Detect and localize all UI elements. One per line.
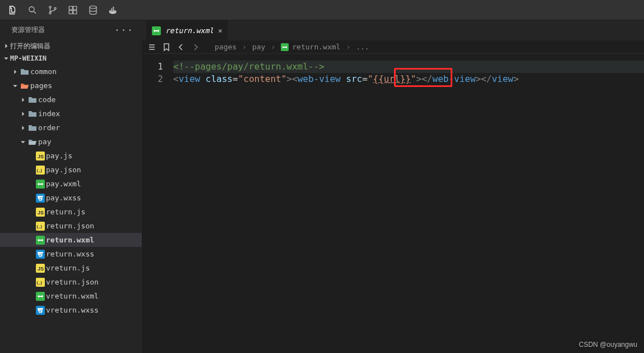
crumb-pages[interactable]: pages [215, 43, 237, 51]
js-icon [35, 264, 46, 273]
tree-item-label: return.json [46, 222, 94, 230]
folder-open-icon [27, 137, 38, 146]
tree-item[interactable]: return.wxml [0, 233, 142, 247]
nav-fwd-icon[interactable] [191, 43, 200, 52]
tab-return-wxml[interactable]: return.wxml × [146, 21, 229, 40]
chevron-right-icon [19, 111, 27, 117]
tree-item[interactable]: index [0, 107, 142, 121]
nav-back-icon[interactable] [177, 43, 186, 52]
wxml-icon [152, 26, 161, 35]
tree-item-label: pay [38, 137, 51, 146]
close-icon[interactable]: × [218, 26, 223, 35]
tree-item-label: pay.wxss [46, 194, 81, 202]
json-icon [35, 278, 46, 287]
docker-icon[interactable] [104, 1, 122, 19]
more-icon[interactable]: ··· [114, 25, 134, 35]
explorer-title: 资源管理器 [11, 25, 45, 35]
tree-item-label: return.js [46, 208, 85, 216]
section-label: MP-WEIXIN [10, 54, 47, 62]
tree-item[interactable]: pay.wxml [0, 177, 142, 191]
tree-item-label: vreturn.wxml [46, 292, 99, 300]
tree-item-label: pay.js [46, 152, 72, 160]
folder-icon [27, 109, 38, 118]
watermark: CSDN @ouyangwu [579, 341, 637, 349]
tree-item-label: vreturn.js [46, 264, 90, 272]
js-icon [35, 152, 46, 161]
folder-icon [27, 95, 38, 104]
section-label: 打开的编辑器 [10, 42, 50, 51]
bookmark-icon[interactable] [162, 43, 171, 52]
chevron-right-icon [19, 125, 27, 131]
chevron-down-icon [19, 139, 27, 145]
chevron-right-icon [11, 68, 19, 75]
crumb-pay[interactable]: pay [252, 43, 265, 51]
tree-item-label: vreturn.wxss [46, 306, 99, 314]
tree-item[interactable]: return.js [0, 205, 142, 219]
wxss-icon [35, 250, 46, 259]
list-icon[interactable] [147, 43, 156, 52]
tree-item-label: return.wxml [46, 236, 94, 244]
tree-item[interactable]: vreturn.json [0, 275, 142, 289]
wxml-icon [281, 43, 289, 52]
db-icon[interactable] [84, 1, 102, 19]
code-editor[interactable]: 1 2 <!--pages/pay/return.wxml--> <view c… [142, 54, 644, 353]
chevron-right-icon: › [346, 43, 350, 51]
tree-item[interactable]: vreturn.wxml [0, 289, 142, 303]
json-icon [35, 166, 46, 175]
tab-label: return.wxml [165, 26, 214, 35]
tree-item[interactable]: pay.wxss [0, 191, 142, 205]
code-line-2[interactable]: <view class="content"><web-view src="{{u… [173, 73, 644, 85]
code-line-1[interactable]: <!--pages/pay/return.wxml--> [173, 61, 644, 73]
tree-item[interactable]: return.wxss [0, 247, 142, 261]
tree-item-label: code [38, 95, 55, 104]
tree-item[interactable]: vreturn.js [0, 261, 142, 275]
chevron-right-icon: › [271, 43, 275, 51]
json-icon [35, 222, 46, 231]
editor-tabs: return.wxml × [142, 20, 644, 40]
activity-bar [0, 0, 644, 20]
chevron-down-icon [11, 82, 19, 89]
tree-item-label: pay.json [46, 166, 81, 174]
tree-item[interactable]: vreturn.wxss [0, 303, 142, 317]
search-icon[interactable] [24, 1, 41, 19]
wxss-icon [35, 306, 46, 315]
js-icon [35, 208, 46, 217]
folder-open-o-icon [19, 81, 30, 90]
folder-icon [27, 123, 38, 132]
tree-item-label: return.wxss [46, 250, 94, 258]
explorer-sidebar: 资源管理器 ··· 打开的编辑器 MP-WEIXIN commonpagesco… [0, 20, 142, 353]
tree-item-label: index [38, 109, 60, 118]
crumb-more[interactable]: ... [356, 43, 369, 51]
files-icon[interactable] [3, 1, 21, 19]
tree-item[interactable]: order [0, 121, 142, 135]
chevron-right-icon [19, 97, 27, 103]
crumb-file[interactable]: return.wxml [281, 43, 340, 52]
tree-item[interactable]: pay.json [0, 163, 142, 177]
folder-icon [19, 67, 30, 76]
tree-item[interactable]: common [0, 65, 142, 79]
section-open-editors[interactable]: 打开的编辑器 [0, 40, 142, 52]
gutter: 1 2 [142, 54, 171, 353]
source-control-icon[interactable] [44, 1, 62, 19]
wxss-icon [35, 194, 46, 203]
extensions-icon[interactable] [64, 1, 82, 19]
tree-item-label: common [30, 67, 57, 76]
tree-item[interactable]: code [0, 93, 142, 107]
tree-item-label: pages [30, 81, 52, 90]
wxml-icon [35, 180, 46, 189]
tree-item-label: order [38, 123, 60, 132]
editor-area: return.wxml × pages › pay › return.wxml … [142, 20, 644, 353]
wxml-icon [35, 292, 46, 301]
tree-item[interactable]: pages [0, 79, 142, 93]
section-project[interactable]: MP-WEIXIN [0, 52, 142, 65]
line-number: 1 [142, 61, 163, 73]
code-body[interactable]: <!--pages/pay/return.wxml--> <view class… [173, 54, 644, 353]
chevron-right-icon: › [242, 43, 247, 51]
line-number: 2 [142, 73, 163, 85]
file-tree: commonpagescodeindexorderpaypay.jspay.js… [0, 65, 142, 353]
tree-item[interactable]: pay.js [0, 149, 142, 163]
tree-item[interactable]: pay [0, 135, 142, 149]
wxml-icon [35, 236, 46, 245]
breadcrumbs: pages › pay › return.wxml › ... [142, 40, 644, 54]
tree-item[interactable]: return.json [0, 219, 142, 233]
